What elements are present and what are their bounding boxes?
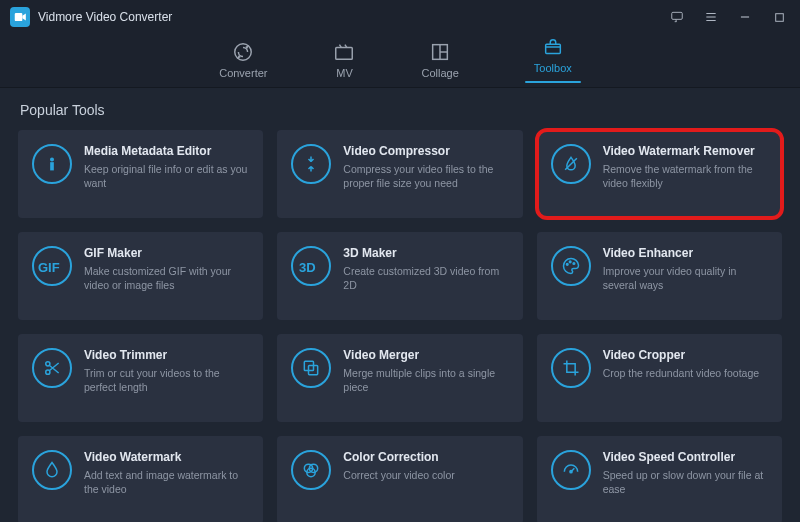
content-area: Popular Tools Media Metadata EditorKeep … bbox=[0, 88, 800, 522]
svg-point-13 bbox=[51, 158, 53, 160]
tool-text: Video Watermark RemoverRemove the waterm… bbox=[603, 144, 768, 190]
tool-title: Video Compressor bbox=[343, 144, 508, 158]
tool-desc: Remove the watermark from the video flex… bbox=[603, 162, 768, 190]
app-title: Vidmore Video Converter bbox=[38, 10, 172, 24]
tool-desc: Crop the redundant video footage bbox=[603, 366, 768, 380]
drop-icon bbox=[32, 450, 72, 490]
info-icon bbox=[32, 144, 72, 184]
scissors-icon bbox=[32, 348, 72, 388]
svg-point-21 bbox=[46, 370, 50, 374]
tool-desc: Correct your video color bbox=[343, 468, 508, 482]
tab-collage[interactable]: Collage bbox=[415, 37, 464, 85]
tool-title: Video Enhancer bbox=[603, 246, 768, 260]
svg-rect-12 bbox=[545, 44, 560, 53]
app-logo bbox=[10, 7, 30, 27]
tool-title: Video Watermark bbox=[84, 450, 249, 464]
titlebar: Vidmore Video Converter bbox=[0, 0, 800, 34]
tool-card-merge[interactable]: Video MergerMerge multiple clips into a … bbox=[277, 334, 522, 422]
svg-rect-8 bbox=[336, 47, 353, 59]
tool-desc: Add text and image watermark to the vide… bbox=[84, 468, 249, 496]
tool-text: Video Speed ControllerSpeed up or slow d… bbox=[603, 450, 768, 496]
tool-text: Video WatermarkAdd text and image waterm… bbox=[84, 450, 249, 496]
tab-toolbox[interactable]: Toolbox bbox=[519, 32, 587, 89]
tool-card-compress[interactable]: Video CompressorCompress your video file… bbox=[277, 130, 522, 218]
svg-point-18 bbox=[569, 261, 571, 263]
tool-card-3d[interactable]: 3D3D MakerCreate customized 3D video fro… bbox=[277, 232, 522, 320]
3d-icon: 3D bbox=[291, 246, 331, 286]
svg-point-17 bbox=[566, 264, 568, 266]
tool-text: Video CompressorCompress your video file… bbox=[343, 144, 508, 190]
tool-desc: Trim or cut your videos to the perfect l… bbox=[84, 366, 249, 394]
speed-icon bbox=[551, 450, 591, 490]
compress-icon bbox=[291, 144, 331, 184]
svg-point-20 bbox=[46, 362, 50, 366]
tool-text: 3D MakerCreate customized 3D video from … bbox=[343, 246, 508, 292]
tool-card-crop[interactable]: Video CropperCrop the redundant video fo… bbox=[537, 334, 782, 422]
menu-icon[interactable] bbox=[700, 6, 722, 28]
tool-text: Video EnhancerImprove your video quality… bbox=[603, 246, 768, 292]
tool-card-speed[interactable]: Video Speed ControllerSpeed up or slow d… bbox=[537, 436, 782, 522]
maximize-button[interactable] bbox=[768, 6, 790, 28]
tool-card-scissors[interactable]: Video TrimmerTrim or cut your videos to … bbox=[18, 334, 263, 422]
toolbox-icon bbox=[542, 36, 564, 58]
svg-text:GIF: GIF bbox=[38, 260, 60, 275]
tool-card-palette[interactable]: Video EnhancerImprove your video quality… bbox=[537, 232, 782, 320]
section-title: Popular Tools bbox=[20, 102, 782, 118]
tool-text: Video MergerMerge multiple clips into a … bbox=[343, 348, 508, 394]
tab-label: Converter bbox=[219, 67, 267, 79]
merge-icon bbox=[291, 348, 331, 388]
converter-icon bbox=[232, 41, 254, 63]
collage-icon bbox=[429, 41, 451, 63]
svg-point-7 bbox=[235, 43, 252, 60]
window-controls bbox=[666, 6, 790, 28]
minimize-button[interactable] bbox=[734, 6, 756, 28]
tool-desc: Merge multiple clips into a single piece bbox=[343, 366, 508, 394]
tool-desc: Keep original file info or edit as you w… bbox=[84, 162, 249, 190]
tool-text: GIF MakerMake customized GIF with your v… bbox=[84, 246, 249, 292]
mv-icon bbox=[333, 41, 355, 63]
gif-icon: GIF bbox=[32, 246, 72, 286]
tab-label: Collage bbox=[421, 67, 458, 79]
tool-desc: Make customized GIF with your video or i… bbox=[84, 264, 249, 292]
tool-desc: Create customized 3D video from 2D bbox=[343, 264, 508, 292]
tool-desc: Compress your video files to the proper … bbox=[343, 162, 508, 190]
crop-icon bbox=[551, 348, 591, 388]
svg-rect-6 bbox=[775, 13, 783, 21]
tool-title: Media Metadata Editor bbox=[84, 144, 249, 158]
tab-label: Toolbox bbox=[534, 62, 572, 74]
tab-converter[interactable]: Converter bbox=[213, 37, 273, 85]
color-icon bbox=[291, 450, 331, 490]
svg-point-27 bbox=[570, 471, 572, 473]
tab-label: MV bbox=[336, 67, 353, 79]
tool-title: GIF Maker bbox=[84, 246, 249, 260]
tool-text: Color CorrectionCorrect your video color bbox=[343, 450, 508, 482]
tool-card-info[interactable]: Media Metadata EditorKeep original file … bbox=[18, 130, 263, 218]
tool-desc: Improve your video quality in several wa… bbox=[603, 264, 768, 292]
tool-text: Video TrimmerTrim or cut your videos to … bbox=[84, 348, 249, 394]
tool-title: Video Trimmer bbox=[84, 348, 249, 362]
tool-card-drop[interactable]: Video WatermarkAdd text and image waterm… bbox=[18, 436, 263, 522]
tool-text: Media Metadata EditorKeep original file … bbox=[84, 144, 249, 190]
svg-point-19 bbox=[573, 263, 575, 265]
svg-rect-0 bbox=[15, 13, 23, 21]
tab-mv[interactable]: MV bbox=[327, 37, 361, 85]
tool-text: Video CropperCrop the redundant video fo… bbox=[603, 348, 768, 380]
tool-card-nowater[interactable]: Video Watermark RemoverRemove the waterm… bbox=[537, 130, 782, 218]
tool-title: Video Cropper bbox=[603, 348, 768, 362]
feedback-icon[interactable] bbox=[666, 6, 688, 28]
tool-title: Video Speed Controller bbox=[603, 450, 768, 464]
svg-rect-1 bbox=[672, 12, 683, 19]
tool-card-gif[interactable]: GIFGIF MakerMake customized GIF with you… bbox=[18, 232, 263, 320]
tool-title: Video Merger bbox=[343, 348, 508, 362]
tool-card-color[interactable]: Color CorrectionCorrect your video color bbox=[277, 436, 522, 522]
nowater-icon bbox=[551, 144, 591, 184]
tools-grid: Media Metadata EditorKeep original file … bbox=[18, 130, 782, 522]
svg-text:3D: 3D bbox=[299, 260, 316, 275]
tool-desc: Speed up or slow down your file at ease bbox=[603, 468, 768, 496]
palette-icon bbox=[551, 246, 591, 286]
tool-title: 3D Maker bbox=[343, 246, 508, 260]
tool-title: Color Correction bbox=[343, 450, 508, 464]
main-tabs: Converter MV Collage Toolbox bbox=[0, 34, 800, 88]
tool-title: Video Watermark Remover bbox=[603, 144, 768, 158]
